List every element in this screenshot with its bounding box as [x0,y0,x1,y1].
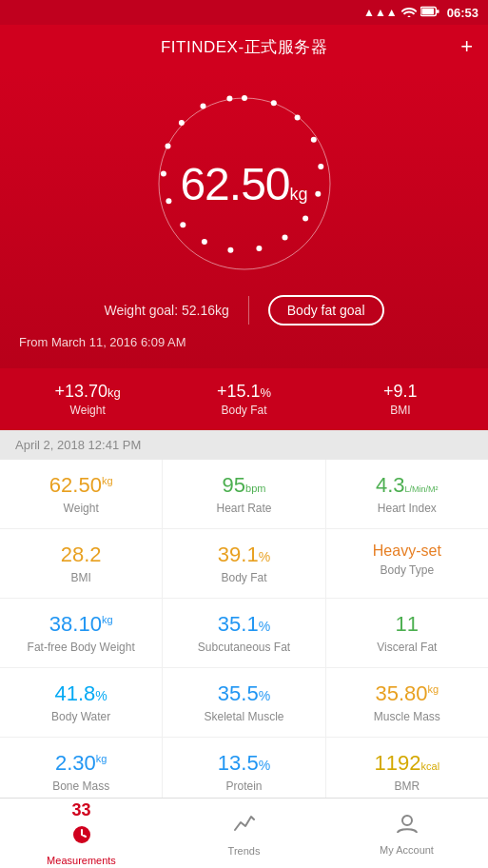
svg-point-13 [227,247,233,253]
stat-weight-change: +13.70kg [10,382,166,402]
battery-icon [420,6,439,20]
stat-bodyfat-label: Body Fat [166,404,322,417]
svg-point-10 [303,216,308,222]
metrics-row-1: 62.50kg Weight 95bpm Heart Rate 4.3L/Min… [0,460,488,529]
body-type-val: Heavy-set [373,542,441,560]
metric-heart-rate: 95bpm Heart Rate [163,460,325,528]
muscle-mass-label: Muscle Mass [374,710,440,723]
body-fat-label: Body Fat [221,571,266,584]
heart-rate-val: 95bpm [223,473,266,498]
stat-bmi-change: +9.1 [322,382,478,402]
weight-value: 62.50 [180,159,289,209]
svg-point-16 [166,198,171,204]
nav-account[interactable]: My Account [325,799,488,868]
svg-point-15 [180,222,185,227]
divider [248,296,249,325]
svg-point-17 [160,171,166,177]
wifi-icon [401,6,417,20]
metrics-grid: 62.50kg Weight 95bpm Heart Rate 4.3L/Min… [0,460,488,807]
metric-fat-free: 38.10kg Fat-free Body Weight [0,599,163,667]
svg-point-6 [294,115,300,121]
protein-val: 13.5% [218,751,270,776]
svg-rect-2 [437,10,439,13]
weight-goal-text: Weight goal: 52.16kg [104,303,228,318]
hero-section: 62.50kg Weight goal: 52.16kg Body fat go… [0,69,488,368]
svg-point-7 [310,137,316,143]
bmi-label: BMI [70,571,90,584]
record-date: April 2, 2018 12:41 PM [0,430,488,460]
svg-point-19 [178,120,184,126]
metric-body-water: 41.8% Body Water [0,668,163,737]
measurements-badge: 33 [71,801,90,819]
metric-bone-mass: 2.30kg Bone Mass [0,738,163,806]
svg-point-20 [200,104,205,109]
nav-measurements[interactable]: 33 Measurements [0,799,163,868]
metric-heart-index: 4.3L/Min/M² Heart Index [326,460,488,528]
weight-display: 62.50kg [180,158,307,210]
signal-icon: ▲▲▲ [363,6,398,19]
body-fat-val: 39.1% [218,542,270,567]
add-button[interactable]: + [460,34,473,59]
from-date: From March 11, 2016 6:09 AM [0,335,186,349]
metric-protein: 13.5% Protein [163,738,325,806]
weight-circle: 62.50kg [145,84,344,284]
goal-row: Weight goal: 52.16kg Body fat goal [0,295,488,326]
svg-point-11 [282,235,287,241]
account-label: My Account [380,844,434,856]
body-fat-goal-button[interactable]: Body fat goal [268,295,384,326]
metric-subcutaneous: 35.1% Subcutaneous Fat [163,599,325,667]
protein-label: Protein [225,779,262,793]
bottom-nav: 33 Measurements Trends My Account [0,798,488,868]
subcutaneous-val: 35.1% [218,612,270,637]
skeletal-muscle-label: Skeletal Muscle [204,710,283,723]
skeletal-muscle-val: 35.5% [218,681,270,706]
visceral-label: Visceral Fat [377,641,437,654]
trends-icon [232,811,257,841]
muscle-mass-val: 35.80kg [375,681,439,706]
stat-bodyfat: +15.1% Body Fat [166,382,322,417]
svg-point-14 [201,239,206,245]
svg-point-5 [270,100,276,106]
stat-bmi-label: BMI [322,404,478,417]
header-title: FITINDEX-正式服务器 [161,36,327,58]
metric-weight: 62.50kg Weight [0,460,163,528]
nav-trends[interactable]: Trends [163,799,325,868]
metric-bmr: 1192kcal BMR [326,738,488,806]
svg-point-23 [402,816,412,825]
bone-mass-val: 2.30kg [55,751,107,776]
measurements-icon [69,822,94,851]
svg-point-21 [226,95,232,101]
stats-bar: +13.70kg Weight +15.1% Body Fat +9.1 BMI [0,368,488,430]
svg-point-9 [315,191,321,197]
visceral-val: 11 [396,612,419,637]
metric-body-type: Heavy-set Body Type [326,529,488,598]
svg-point-4 [242,95,247,101]
heart-index-val: 4.3L/Min/M² [376,473,439,498]
subcutaneous-label: Subcutaneous Fat [198,641,290,654]
stat-weight-label: Weight [10,404,166,417]
metric-muscle-mass: 35.80kg Muscle Mass [326,668,488,737]
bmi-val: 28.2 [61,542,102,567]
status-bar: ▲▲▲ 06:53 [0,0,488,25]
metrics-row-3: 38.10kg Fat-free Body Weight 35.1% Subcu… [0,599,488,668]
fat-free-label: Fat-free Body Weight [28,641,135,654]
svg-point-12 [256,246,262,251]
time-display: 06:53 [447,6,478,20]
bmr-label: BMR [394,779,420,793]
metric-bmi: 28.2 BMI [0,529,163,598]
measurements-label: Measurements [47,855,116,866]
svg-rect-1 [421,8,434,13]
weight-label: Weight [64,502,99,515]
trends-label: Trends [228,845,261,857]
app-header: FITINDEX-正式服务器 + [0,25,488,69]
fat-free-val: 38.10kg [49,612,113,637]
stat-bodyfat-change: +15.1% [166,382,322,402]
metric-body-fat: 39.1% Body Fat [163,529,325,598]
stat-bmi: +9.1 BMI [322,382,478,417]
svg-point-18 [165,144,170,149]
weight-unit: kg [290,185,308,204]
account-icon [395,812,420,840]
metrics-row-4: 41.8% Body Water 35.5% Skeletal Muscle 3… [0,668,488,738]
body-water-val: 41.8% [55,681,107,706]
stat-weight: +13.70kg Weight [10,382,166,417]
